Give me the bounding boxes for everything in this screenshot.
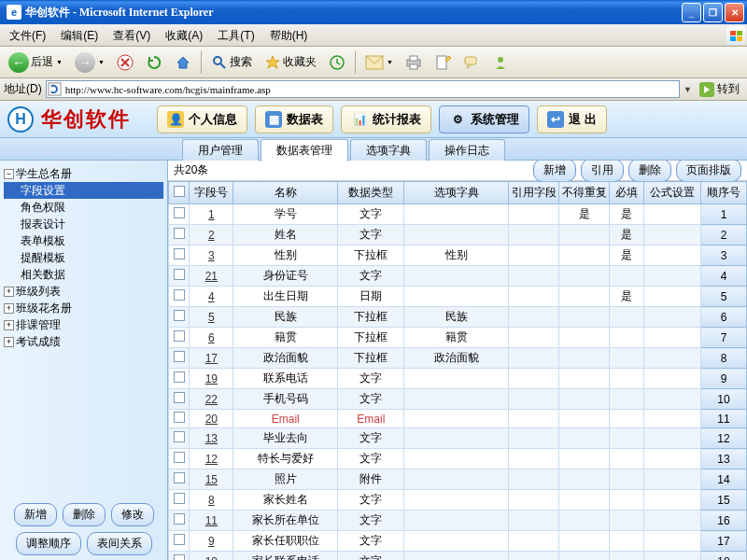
col-formula[interactable]: 公式设置	[644, 182, 701, 204]
menu-favorites[interactable]: 收藏(A)	[158, 24, 210, 46]
tree-root[interactable]: −学生总名册	[4, 165, 163, 182]
field-id-link[interactable]: 9	[208, 535, 215, 548]
side-add-button[interactable]: 新增	[14, 503, 57, 526]
row-checkbox[interactable]	[174, 431, 185, 442]
row-checkbox[interactable]	[174, 248, 185, 259]
print-button[interactable]	[401, 49, 427, 76]
row-checkbox[interactable]	[174, 452, 185, 463]
main-delete-button[interactable]: 删除	[628, 161, 671, 182]
field-id-link[interactable]: 13	[205, 432, 218, 445]
maximize-button[interactable]: ❐	[703, 3, 723, 22]
menu-file[interactable]: 文件(F)	[2, 24, 53, 46]
field-id-link[interactable]: 19	[205, 372, 218, 385]
field-id-link[interactable]: 1	[208, 208, 215, 221]
field-id-link[interactable]: 5	[208, 311, 215, 324]
field-id-link[interactable]: 2	[208, 229, 215, 242]
table-row[interactable]: 5民族下拉框民族6	[169, 307, 747, 328]
favorites-button[interactable]: 收藏夹	[260, 49, 321, 76]
col-ord[interactable]: 顺序号	[701, 182, 747, 204]
table-row[interactable]: 20EmailEmail11	[169, 410, 747, 428]
select-all-checkbox[interactable]	[174, 186, 185, 197]
edit-button[interactable]	[430, 49, 456, 76]
table-row[interactable]: 8家长姓名文字15	[169, 490, 747, 511]
main-layout-button[interactable]: 页面排版	[676, 161, 741, 182]
table-row[interactable]: 21身份证号文字4	[169, 266, 747, 287]
menu-edit[interactable]: 编辑(E)	[53, 24, 106, 46]
home-button[interactable]	[170, 49, 196, 76]
discuss-button[interactable]	[458, 49, 485, 76]
mail-button[interactable]: ▼	[360, 49, 398, 76]
side-reorder-button[interactable]: 调整顺序	[16, 532, 81, 555]
tree-form-template[interactable]: 表单模板	[4, 232, 163, 249]
col-req[interactable]: 必填	[610, 182, 644, 204]
nav-exit[interactable]: ↩退 出	[537, 105, 607, 133]
col-id[interactable]: 字段号	[190, 182, 233, 204]
tree-field-settings[interactable]: 字段设置	[4, 182, 163, 199]
menu-help[interactable]: 帮助(H)	[262, 24, 316, 46]
field-id-link[interactable]: 6	[208, 331, 215, 344]
row-checkbox[interactable]	[174, 371, 185, 383]
row-checkbox[interactable]	[174, 412, 185, 423]
table-row[interactable]: 4出生日期日期是5	[169, 287, 747, 307]
expand-icon[interactable]: +	[4, 320, 14, 330]
messenger-button[interactable]	[487, 49, 514, 76]
side-edit-button[interactable]: 修改	[111, 503, 154, 526]
forward-button[interactable]: →▼	[70, 49, 109, 76]
col-type[interactable]: 数据类型	[338, 182, 404, 204]
history-button[interactable]	[324, 49, 350, 76]
tree-role-perm[interactable]: 角色权限	[4, 199, 163, 216]
row-checkbox[interactable]	[174, 310, 185, 321]
table-row[interactable]: 6籍贯下拉框籍贯7	[169, 328, 747, 348]
field-id-link[interactable]: 15	[205, 473, 218, 486]
tab-user-mgmt[interactable]: 用户管理	[182, 139, 259, 161]
nav-reports[interactable]: 📊统计报表	[341, 105, 431, 133]
table-row[interactable]: 12特长与爱好文字13	[169, 449, 747, 469]
address-input[interactable]	[46, 80, 680, 98]
tree-schedule-mgmt[interactable]: +排课管理	[4, 316, 163, 333]
col-name[interactable]: 名称	[233, 182, 338, 204]
field-id-link[interactable]: 10	[205, 555, 218, 561]
table-row[interactable]: 15照片附件14	[169, 469, 747, 490]
row-checkbox[interactable]	[174, 351, 185, 362]
side-delete-button[interactable]: 删除	[63, 503, 106, 526]
tree-report-design[interactable]: 报表设计	[4, 216, 163, 232]
row-checkbox[interactable]	[174, 534, 185, 545]
main-add-button[interactable]: 新增	[533, 161, 576, 182]
field-id-link[interactable]: 4	[208, 290, 215, 303]
table-row[interactable]: 2姓名文字是2	[169, 225, 747, 245]
row-checkbox[interactable]	[174, 228, 185, 239]
nav-system-admin[interactable]: ⚙系统管理	[439, 105, 529, 133]
tree-class-roster[interactable]: +班级花名册	[4, 300, 163, 316]
tab-operation-log[interactable]: 操作日志	[429, 139, 505, 161]
row-checkbox[interactable]	[174, 392, 185, 403]
table-row[interactable]: 13毕业去向文字12	[169, 428, 747, 449]
table-row[interactable]: 1学号文字是是1	[169, 204, 747, 225]
row-checkbox[interactable]	[174, 554, 185, 560]
field-id-link[interactable]: 22	[205, 393, 218, 406]
main-ref-button[interactable]: 引用	[581, 161, 624, 182]
expand-icon[interactable]: +	[4, 287, 14, 297]
go-button[interactable]: 转到	[696, 81, 743, 97]
field-id-link[interactable]: 11	[205, 514, 218, 527]
collapse-icon[interactable]: −	[4, 169, 14, 179]
field-id-link[interactable]: 12	[205, 453, 218, 466]
expand-icon[interactable]: +	[4, 337, 14, 347]
field-id-link[interactable]: 8	[208, 494, 215, 507]
menu-tools[interactable]: 工具(T)	[210, 24, 261, 46]
table-row[interactable]: 19联系电话文字9	[169, 369, 747, 389]
tree-remind-template[interactable]: 提醒模板	[4, 249, 163, 266]
tree-class-list[interactable]: +班级列表	[4, 283, 163, 300]
tab-table-mgmt[interactable]: 数据表管理	[261, 139, 348, 161]
table-row[interactable]: 3性别下拉框性别是3	[169, 245, 747, 266]
search-button[interactable]: 搜索	[206, 49, 257, 76]
field-id-link[interactable]: 20	[205, 413, 218, 426]
tree-exam-score[interactable]: +考试成绩	[4, 333, 163, 350]
field-id-link[interactable]: 3	[208, 249, 215, 262]
field-id-link[interactable]: 21	[205, 270, 218, 283]
close-button[interactable]: ✕	[725, 3, 744, 22]
col-ref[interactable]: 引用字段	[509, 182, 559, 204]
back-button[interactable]: ←后退▼	[4, 49, 67, 76]
col-dict[interactable]: 选项字典	[404, 182, 509, 204]
table-row[interactable]: 17政治面貌下拉框政治面貌8	[169, 348, 747, 369]
nav-personal-info[interactable]: 👤个人信息	[157, 105, 247, 133]
